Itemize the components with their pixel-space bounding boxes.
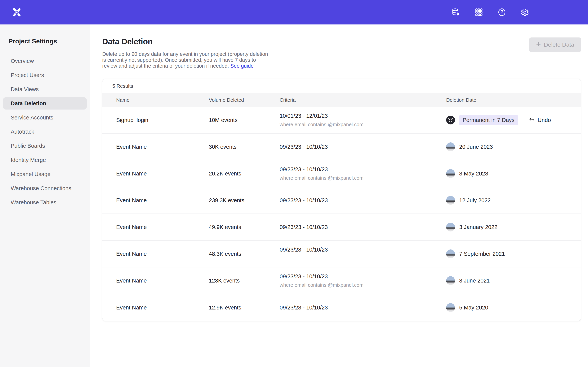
row-criteria-range: 09/23/23 - 10/10/23 — [280, 247, 446, 253]
row-name: Event Name — [116, 277, 209, 284]
table-row: Event Name 48.3K events 09/23/23 - 10/10… — [102, 241, 581, 267]
sidebar-item-label: Overview — [11, 58, 34, 64]
row-volume: 10M events — [209, 117, 280, 123]
row-criteria: 09/23/23 - 10/10/23 — [280, 224, 446, 230]
row-criteria: 10/01/23 - 12/01/23 where email contains… — [280, 113, 446, 127]
sidebar-item-data-views[interactable]: Data Views — [3, 83, 87, 95]
deletion-date-text: 7 September 2021 — [459, 251, 505, 257]
see-guide-link[interactable]: See guide — [230, 63, 254, 69]
table-row: Event Name 123K events 09/23/23 - 10/10/… — [102, 267, 581, 294]
col-name: Name — [116, 97, 209, 103]
sidebar-item-label: Public Boards — [11, 143, 45, 149]
table-row: Signup_login 10M events 10/01/23 - 12/01… — [102, 107, 581, 133]
row-deletion-date: 5 May 2020 — [446, 303, 581, 312]
page-description: Delete up to 90 days data for any event … — [102, 51, 271, 69]
sidebar-item-overview[interactable]: Overview — [3, 55, 87, 67]
row-volume: 49.9K events — [209, 224, 280, 230]
sidebar-item-label: Data Views — [11, 86, 39, 92]
row-volume: 20.2K events — [209, 170, 280, 177]
sidebar-item-label: Warehouse Connections — [11, 185, 71, 192]
table-row: Event Name 239.3K events 09/23/23 - 10/1… — [102, 187, 581, 214]
sidebar-nav: Overview Project Users Data Views Data D… — [0, 55, 90, 209]
row-name: Event Name — [116, 170, 209, 177]
row-name: Event Name — [116, 224, 209, 230]
sidebar-item-autotrack[interactable]: Autotrack — [3, 125, 87, 138]
sidebar-item-service-accounts[interactable]: Service Accounts — [3, 111, 87, 124]
sidebar-item-project-users[interactable]: Project Users — [3, 69, 87, 81]
sidebar-item-data-deletion[interactable]: Data Deletion — [3, 97, 87, 109]
page-title: Data Deletion — [102, 37, 271, 46]
sidebar-item-label: Project Users — [11, 72, 44, 78]
user-avatar — [446, 276, 455, 285]
sidebar-item-label: Identity Merge — [11, 157, 46, 163]
plus-icon: + — [536, 40, 541, 48]
user-avatar — [446, 250, 455, 258]
deletion-date-text: 3 June 2021 — [459, 277, 490, 284]
user-avatar — [446, 169, 455, 178]
row-criteria-filter: where email contains @mixpanel.com — [280, 122, 446, 127]
row-criteria: 09/23/23 - 10/10/23 — [280, 197, 446, 204]
page-head-text: Data Deletion Delete up to 90 days data … — [102, 37, 271, 69]
table-row: Event Name 12.9K events 09/23/23 - 10/10… — [102, 294, 581, 321]
topbar-icons — [451, 8, 529, 17]
row-criteria-range: 09/23/23 - 10/10/23 — [280, 304, 446, 311]
col-deletion-date: Deletion Date — [446, 97, 581, 103]
apps-grid-icon[interactable] — [475, 8, 483, 17]
deletion-date-text: 3 May 2023 — [459, 170, 488, 177]
col-criteria: Criteria — [280, 97, 446, 103]
page-head: Data Deletion Delete up to 90 days data … — [90, 25, 588, 69]
deletion-date-text: 5 May 2020 — [459, 304, 488, 311]
row-volume: 48.3K events — [209, 251, 280, 257]
row-volume: 239.3K events — [209, 197, 280, 204]
sidebar-item-identity-merge[interactable]: Identity Merge — [3, 154, 87, 166]
delete-data-button[interactable]: + Delete Data — [529, 37, 581, 52]
undo-button[interactable]: Undo — [529, 117, 551, 123]
topbar — [0, 0, 588, 25]
mixpanel-logo[interactable] — [11, 7, 22, 17]
row-name: Event Name — [116, 197, 209, 204]
row-name: Event Name — [116, 251, 209, 257]
col-volume-deleted: Volume Deleted — [209, 97, 280, 103]
row-deletion-date: Permanent in 7 Days Undo — [446, 115, 581, 125]
row-deletion-date: 3 June 2021 — [446, 276, 581, 285]
row-criteria-range: 10/01/23 - 12/01/23 — [280, 113, 446, 119]
settings-gear-icon[interactable] — [520, 8, 529, 17]
sidebar: Project Settings Overview Project Users … — [0, 25, 90, 367]
row-criteria-range: 09/23/23 - 10/10/23 — [280, 166, 446, 173]
undo-label: Undo — [538, 117, 551, 123]
row-name: Signup_login — [116, 117, 209, 123]
row-name: Event Name — [116, 304, 209, 311]
row-deletion-date: 3 May 2023 — [446, 169, 581, 178]
user-avatar — [446, 303, 455, 312]
sidebar-item-public-boards[interactable]: Public Boards — [3, 140, 87, 152]
user-avatar — [446, 142, 455, 151]
row-deletion-date: 20 June 2023 — [446, 142, 581, 151]
sidebar-item-mixpanel-usage[interactable]: Mixpanel Usage — [3, 168, 87, 180]
sidebar-item-label: Mixpanel Usage — [11, 171, 51, 177]
data-settings-icon[interactable] — [451, 8, 460, 17]
sidebar-item-warehouse-tables[interactable]: Warehouse Tables — [3, 196, 87, 209]
sidebar-title: Project Settings — [9, 37, 90, 45]
deletion-date-text: 12 July 2022 — [459, 197, 491, 204]
row-criteria: 09/23/23 - 10/10/23 where email contains… — [280, 166, 446, 181]
sidebar-item-warehouse-connections[interactable]: Warehouse Connections — [3, 182, 87, 194]
table-header: Name Volume Deleted Criteria Deletion Da… — [102, 93, 581, 107]
row-criteria-filter: where email contains @mixpanel.com — [280, 175, 446, 181]
row-criteria-filter: where email contains @mixpanel.com — [280, 282, 446, 288]
table-row: Event Name 49.9K events 09/23/23 - 10/10… — [102, 214, 581, 241]
deletion-date-text: 3 January 2022 — [459, 224, 497, 230]
sidebar-item-label: Autotrack — [11, 129, 34, 135]
row-criteria-range: 09/23/23 - 10/10/23 — [280, 273, 446, 280]
user-avatar — [446, 223, 455, 232]
table-row: Event Name 20.2K events 09/23/23 - 10/10… — [102, 160, 581, 187]
row-criteria: 09/23/23 - 10/10/23 — [280, 304, 446, 311]
row-criteria: 09/23/23 - 10/10/23 — [280, 144, 446, 150]
delete-data-label: Delete Data — [544, 42, 574, 48]
row-volume: 123K events — [209, 277, 280, 284]
row-volume: 12.9K events — [209, 304, 280, 311]
row-deletion-date: 3 January 2022 — [446, 223, 581, 232]
row-criteria: 09/23/23 - 10/10/23 — [280, 247, 446, 253]
help-icon[interactable] — [497, 8, 506, 17]
row-deletion-date: 7 September 2021 — [446, 250, 581, 258]
user-avatar — [446, 196, 455, 205]
